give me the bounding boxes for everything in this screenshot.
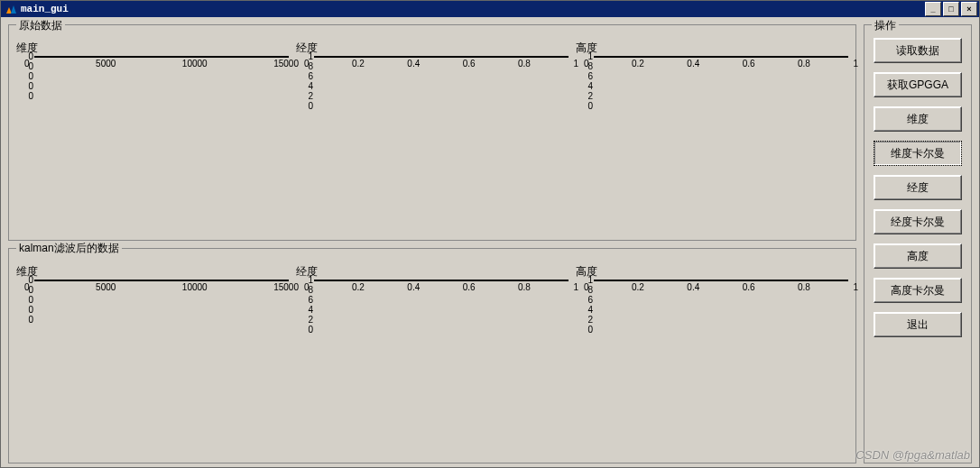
watermark-text: CSDN @fpga&matlab bbox=[855, 448, 970, 462]
window-title: main_gui bbox=[21, 4, 923, 14]
longitude-button[interactable]: 经度 bbox=[874, 175, 962, 200]
raw-lon-plot: 经度 186420 00.20.40.60.81 bbox=[296, 41, 569, 234]
raw-alt-plot: 高度 186420 00.20.40.60.81 bbox=[576, 41, 848, 234]
x-tick-labels: 050001000015000 bbox=[24, 59, 299, 69]
window-buttons: _ □ × bbox=[923, 2, 977, 16]
close-button[interactable]: × bbox=[961, 2, 977, 16]
kalman-data-panel: kalman滤波后的数据 维度 00000 bbox=[8, 248, 856, 464]
latitude-button[interactable]: 维度 bbox=[874, 106, 962, 132]
axes[interactable]: 00000 050001000015000 bbox=[34, 280, 289, 281]
app-window: main_gui _ □ × 原始数据 维度 bbox=[0, 0, 980, 468]
matlab-icon bbox=[4, 2, 18, 16]
latitude-kalman-button[interactable]: 维度卡尔曼 bbox=[874, 141, 962, 166]
plot-title: 维度 bbox=[16, 265, 289, 278]
longitude-kalman-button[interactable]: 经度卡尔曼 bbox=[874, 209, 962, 234]
kalman-panel-title: kalman滤波后的数据 bbox=[16, 242, 122, 256]
plot-title: 高度 bbox=[576, 41, 848, 54]
plot-title: 高度 bbox=[576, 265, 848, 278]
svg-marker-1 bbox=[11, 5, 16, 14]
plot-title: 经度 bbox=[296, 41, 569, 54]
title-bar: main_gui _ □ × bbox=[1, 1, 979, 17]
minimize-button[interactable]: _ bbox=[925, 2, 941, 16]
x-tick-labels: 050001000015000 bbox=[24, 282, 299, 293]
svg-marker-0 bbox=[6, 7, 12, 14]
read-data-button[interactable]: 读取数据 bbox=[874, 38, 962, 63]
maximize-button[interactable]: □ bbox=[943, 2, 959, 16]
x-tick-labels: 00.20.40.60.81 bbox=[304, 282, 578, 293]
client-area: 原始数据 维度 00000 bbox=[1, 17, 979, 467]
exit-button[interactable]: 退出 bbox=[874, 312, 962, 337]
axes[interactable]: 186420 00.20.40.60.81 bbox=[314, 56, 569, 58]
axes[interactable]: 186420 00.20.40.60.81 bbox=[594, 280, 848, 281]
plot-title: 维度 bbox=[16, 41, 289, 54]
get-gpgga-button[interactable]: 获取GPGGA bbox=[874, 72, 962, 97]
axes[interactable]: 00000 050001000015000 bbox=[34, 56, 289, 58]
kalman-lat-plot: 维度 00000 050001000015000 bbox=[16, 265, 289, 458]
x-tick-labels: 00.20.40.60.81 bbox=[584, 59, 858, 69]
ops-panel-title: 操作 bbox=[872, 18, 899, 32]
axes[interactable]: 186420 00.20.40.60.81 bbox=[594, 56, 848, 58]
raw-data-panel: 原始数据 维度 00000 bbox=[8, 24, 856, 241]
raw-lat-plot: 维度 00000 050001000015000 bbox=[16, 41, 289, 234]
x-tick-labels: 00.20.40.60.81 bbox=[584, 282, 858, 293]
plots-column: 原始数据 维度 00000 bbox=[8, 24, 856, 463]
x-tick-labels: 00.20.40.60.81 bbox=[304, 59, 578, 69]
raw-panel-title: 原始数据 bbox=[16, 18, 65, 32]
altitude-button[interactable]: 高度 bbox=[874, 243, 962, 269]
axes[interactable]: 186420 00.20.40.60.81 bbox=[314, 280, 569, 281]
ops-panel: 操作 读取数据 获取GPGGA 维度 维度卡尔曼 经度 经度卡尔曼 高度 高度卡… bbox=[864, 24, 972, 463]
kalman-lon-plot: 经度 186420 00.20.40.60.81 bbox=[296, 265, 569, 458]
plot-title: 经度 bbox=[296, 265, 569, 278]
kalman-alt-plot: 高度 186420 00.20.40.60.81 bbox=[576, 265, 848, 458]
altitude-kalman-button[interactable]: 高度卡尔曼 bbox=[874, 278, 962, 303]
